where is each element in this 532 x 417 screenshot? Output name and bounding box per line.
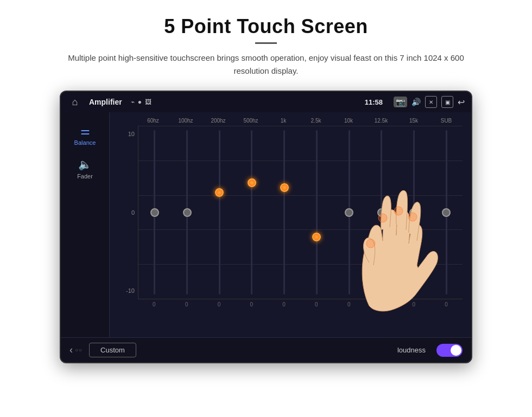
nav-arrows[interactable]: ‹ ○○ xyxy=(69,344,83,356)
freq-500hz: 500hz xyxy=(235,118,267,124)
slider-track-6 xyxy=(316,130,318,294)
bottom-val-2: 0 xyxy=(170,301,203,307)
freq-200hz: 200hz xyxy=(202,118,235,124)
freq-60hz: 60hz xyxy=(137,118,169,124)
slider-track-10 xyxy=(446,130,447,294)
slider-track-5 xyxy=(283,130,285,294)
custom-button[interactable]: Custom xyxy=(89,343,136,357)
window-icon[interactable]: ▣ xyxy=(441,96,453,108)
page-description: Multiple point high-sensitive touchscree… xyxy=(60,52,472,78)
bottom-val-7: 0 xyxy=(333,301,365,307)
volume-icon[interactable]: 🔊 xyxy=(411,98,421,106)
status-right-icons: 📷 🔊 ✕ ▣ ↩ xyxy=(394,96,465,108)
bottom-val-4: 0 xyxy=(235,301,268,307)
freq-15k: 15k xyxy=(397,118,430,124)
slider-200hz[interactable] xyxy=(203,126,236,299)
bottom-val-9: 0 xyxy=(397,301,430,307)
dot-icon: ● xyxy=(138,98,142,106)
slider-thumb-4[interactable] xyxy=(248,178,256,187)
bottom-val-1: 0 xyxy=(138,301,170,307)
main-area: ⚌ Balance 🔈 Fader 60hz 100hz 200hz 500hz… xyxy=(61,112,471,337)
dots-icon: ○○ xyxy=(75,347,83,353)
status-icons: ⌁ ● 🖼 xyxy=(131,98,151,106)
slider-1k[interactable] xyxy=(268,126,301,299)
freq-12-5k: 12.5k xyxy=(365,118,397,124)
freq-1k: 1k xyxy=(267,118,300,124)
bottom-val-5: 0 xyxy=(268,301,300,307)
loudness-toggle[interactable] xyxy=(436,344,463,357)
freq-10k: 10k xyxy=(332,118,365,124)
back-icon[interactable]: ↩ xyxy=(458,97,465,107)
slider-track-2 xyxy=(186,130,188,294)
sidebar-item-balance[interactable]: ⚌ Balance xyxy=(61,120,109,150)
status-time: 11:58 xyxy=(365,98,383,106)
image-icon: 🖼 xyxy=(145,98,151,106)
bottom-val-6: 0 xyxy=(300,301,333,307)
loudness-label: loudness xyxy=(397,346,426,354)
fader-icon: 🔈 xyxy=(78,158,92,171)
slider-track-3 xyxy=(219,130,220,294)
slider-thumb-3[interactable] xyxy=(215,188,224,197)
back-arrow-icon[interactable]: ‹ xyxy=(69,344,73,356)
sidebar: ⚌ Balance 🔈 Fader xyxy=(61,112,110,337)
slider-12-5k[interactable] xyxy=(365,126,398,299)
status-bar: ⌂ Amplifier ⌁ ● 🖼 11:58 📷 🔊 ✕ ▣ ↩ xyxy=(61,92,471,112)
bottom-val-8: 0 xyxy=(365,301,398,307)
slider-100hz[interactable] xyxy=(171,126,204,299)
device-screen: ⌂ Amplifier ⌁ ● 🖼 11:58 📷 🔊 ✕ ▣ ↩ ⚌ xyxy=(60,91,472,363)
slider-thumb-2[interactable] xyxy=(183,208,192,217)
slider-10k[interactable] xyxy=(333,126,365,299)
device-container: ⌂ Amplifier ⌁ ● 🖼 11:58 📷 🔊 ✕ ▣ ↩ ⚌ xyxy=(60,83,472,363)
slider-track-9 xyxy=(413,130,415,294)
eq-bottom-labels: 0 0 0 0 0 0 0 0 0 0 xyxy=(138,301,463,307)
freq-labels: 60hz 100hz 200hz 500hz 1k 2.5k 10k 12.5k… xyxy=(137,118,463,124)
camera-icon[interactable]: 📷 xyxy=(394,97,407,107)
eq-graph: 10 0 -10 xyxy=(115,126,463,299)
page-title: 5 Point Touch Screen xyxy=(22,15,510,38)
slider-thumb-7[interactable] xyxy=(345,208,353,217)
home-icon[interactable]: ⌂ xyxy=(67,94,83,110)
freq-100hz: 100hz xyxy=(169,118,202,124)
slider-track-7 xyxy=(349,130,350,294)
slider-thumb-1[interactable] xyxy=(150,208,159,217)
slider-2-5k[interactable] xyxy=(301,126,333,299)
slider-thumb-9[interactable] xyxy=(409,208,418,217)
y-10: 10 xyxy=(115,131,135,137)
slider-500hz[interactable] xyxy=(236,126,268,299)
balance-icon: ⚌ xyxy=(80,124,90,137)
close-icon[interactable]: ✕ xyxy=(425,96,437,108)
y-axis: 10 0 -10 xyxy=(115,126,135,299)
bottom-bar: ‹ ○○ Custom loudness xyxy=(61,337,471,362)
toggle-knob xyxy=(451,345,461,356)
y-neg10: -10 xyxy=(115,288,135,294)
slider-thumb-10[interactable] xyxy=(442,208,451,217)
slider-track-1 xyxy=(154,130,155,294)
freq-sub: SUB xyxy=(430,118,463,124)
page-header: 5 Point Touch Screen Multiple point high… xyxy=(0,0,532,83)
bottom-val-10: 0 xyxy=(430,301,463,307)
slider-track-4 xyxy=(251,130,252,294)
slider-thumb-5[interactable] xyxy=(280,183,289,192)
slider-60hz[interactable] xyxy=(138,126,171,299)
eq-area: 60hz 100hz 200hz 500hz 1k 2.5k 10k 12.5k… xyxy=(110,112,471,337)
y-0: 0 xyxy=(115,210,135,216)
slider-track-8 xyxy=(381,130,382,294)
app-title: Amplifier xyxy=(89,98,122,106)
sidebar-fader-label: Fader xyxy=(77,173,93,179)
usb-icon: ⌁ xyxy=(131,98,135,106)
slider-thumb-8[interactable] xyxy=(377,208,386,217)
sidebar-item-fader[interactable]: 🔈 Fader xyxy=(61,153,109,184)
freq-2-5k: 2.5k xyxy=(300,118,332,124)
slider-thumb-6[interactable] xyxy=(312,233,321,241)
slider-sub[interactable] xyxy=(430,126,463,299)
eq-sliders xyxy=(138,126,463,299)
bottom-val-3: 0 xyxy=(203,301,236,307)
eq-sliders-container xyxy=(138,126,463,299)
slider-15k[interactable] xyxy=(398,126,430,299)
title-divider xyxy=(255,42,277,44)
sidebar-balance-label: Balance xyxy=(74,139,96,146)
